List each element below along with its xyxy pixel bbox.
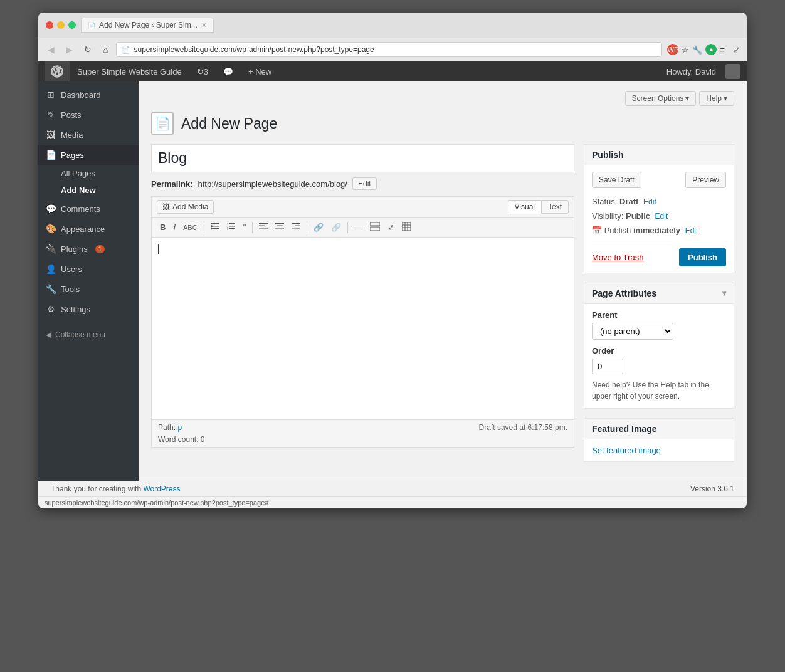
address-bar[interactable]: 📄 supersimplewebsiteguide.com/wp-admin/p…: [116, 42, 662, 57]
site-name-item[interactable]: Super Simple Website Guide: [70, 61, 189, 81]
user-avatar: [725, 64, 740, 79]
browser-nav: ◀ ▶ ↻ ⌂ 📄 supersimplewebsiteguide.com/wp…: [38, 38, 747, 61]
updates-item[interactable]: ↻ 3: [189, 61, 216, 81]
bold-button[interactable]: B: [157, 221, 169, 234]
collapse-menu-label: Collapse menu: [55, 330, 105, 339]
ordered-list-button[interactable]: 123: [224, 220, 239, 234]
align-left-button[interactable]: [256, 220, 271, 234]
italic-button[interactable]: I: [170, 221, 179, 234]
strikethrough-button[interactable]: ABC: [180, 222, 201, 233]
sidebar-item-comments[interactable]: 💬 Comments: [38, 199, 139, 219]
publish-button[interactable]: Publish: [679, 248, 726, 266]
close-window-btn[interactable]: [46, 21, 53, 29]
permalink-url: http://supersimplewebsiteguide.com/blog/: [198, 179, 347, 189]
sidebar-item-label: Plugins: [61, 244, 88, 254]
insert-link-button[interactable]: 🔗: [310, 221, 327, 234]
featured-image-header[interactable]: Featured Image: [584, 419, 734, 439]
save-draft-button[interactable]: Save Draft: [592, 172, 641, 188]
visibility-edit-link[interactable]: Edit: [655, 212, 668, 221]
parent-label: Parent: [592, 310, 726, 320]
align-center-button[interactable]: [272, 220, 287, 234]
wp-logo[interactable]: [45, 61, 70, 81]
parent-select[interactable]: (no parent): [592, 323, 673, 340]
minimize-window-btn[interactable]: [57, 21, 65, 29]
sidebar-item-appearance[interactable]: 🎨 Appearance: [38, 219, 139, 239]
publish-box-header[interactable]: Publish: [584, 145, 734, 165]
sidebar-item-pages[interactable]: 📄 Pages: [38, 145, 139, 165]
page-main-title: Add New Page: [181, 115, 277, 132]
settings-icon: ⚙: [46, 304, 56, 314]
add-media-button[interactable]: 🖼 Add Media: [157, 200, 214, 214]
browser-tab[interactable]: 📄 Add New Page ‹ Super Sim... ✕: [81, 18, 214, 33]
insert-table-button[interactable]: [399, 220, 414, 234]
publish-box: Publish Save Draft Preview: [584, 144, 734, 273]
help-button[interactable]: Help ▾: [699, 91, 734, 106]
browser-titlebar: 📄 Add New Page ‹ Super Sim... ✕: [38, 13, 747, 38]
forward-button[interactable]: ▶: [63, 43, 76, 56]
preview-button[interactable]: Preview: [685, 172, 726, 188]
status-edit-link[interactable]: Edit: [643, 197, 656, 206]
tab-close-icon[interactable]: ✕: [201, 21, 207, 29]
sidebar-item-tools[interactable]: 🔧 Tools: [38, 279, 139, 299]
visual-tab[interactable]: Visual: [508, 200, 541, 214]
permalink-edit-button[interactable]: Edit: [352, 177, 377, 190]
extension-icon-red[interactable]: WP: [667, 44, 678, 55]
svg-rect-13: [259, 223, 268, 224]
wordpress-link[interactable]: WordPress: [143, 485, 180, 493]
fullscreen-button[interactable]: ⤢: [384, 221, 398, 234]
order-input[interactable]: [592, 359, 623, 374]
bottom-bar: Thank you for creating with WordPress Ve…: [38, 481, 747, 496]
editor-toolbar-top: 🖼 Add Media Visual Text: [152, 197, 574, 218]
publish-timing-value: immediately: [633, 226, 680, 235]
set-featured-image-link[interactable]: Set featured image: [592, 446, 661, 455]
schedule-edit-link[interactable]: Edit: [685, 226, 698, 235]
expand-icon[interactable]: ⤢: [733, 45, 740, 55]
editor-content[interactable]: [152, 238, 574, 419]
sidebar-item-plugins[interactable]: 🔌 Plugins 1: [38, 239, 139, 259]
sidebar-sub-add-new[interactable]: Add New: [38, 182, 139, 199]
align-right-button[interactable]: [288, 220, 303, 234]
extension-icon[interactable]: 🔧: [692, 45, 702, 55]
star-icon[interactable]: ☆: [682, 45, 689, 55]
home-button[interactable]: ⌂: [100, 43, 111, 56]
blockquote-button[interactable]: ": [240, 221, 250, 234]
sidebar-item-users[interactable]: 👤 Users: [38, 259, 139, 279]
toolbar-separator-2: [252, 222, 253, 233]
sidebar-item-posts[interactable]: ✎ Posts: [38, 105, 139, 125]
svg-point-4: [211, 223, 213, 224]
sidebar-item-settings[interactable]: ⚙ Settings: [38, 299, 139, 319]
screen-options-button[interactable]: Screen Options ▾: [625, 91, 697, 106]
maximize-window-btn[interactable]: [68, 21, 76, 29]
insert-page-break-button[interactable]: [367, 220, 383, 234]
unordered-list-button[interactable]: [208, 220, 223, 234]
insert-more-button[interactable]: —: [351, 221, 366, 234]
sidebar-sub-all-pages[interactable]: All Pages: [38, 165, 139, 182]
svg-rect-22: [370, 222, 380, 226]
menu-icon[interactable]: ≡: [720, 45, 725, 55]
svg-rect-1: [213, 223, 219, 224]
unordered-list-icon: [211, 222, 219, 231]
collapse-menu-btn[interactable]: ◀ Collapse menu: [38, 325, 139, 344]
remove-link-button[interactable]: 🔗: [328, 221, 344, 234]
plugins-badge: 1: [95, 245, 105, 253]
back-button[interactable]: ◀: [45, 43, 58, 56]
howdy-text[interactable]: Howdy, David: [660, 67, 722, 76]
align-center-icon: [275, 222, 284, 231]
path-tag-link[interactable]: p: [177, 423, 182, 432]
sidebar-item-dashboard[interactable]: ⊞ Dashboard: [38, 85, 139, 105]
text-tab[interactable]: Text: [541, 200, 569, 214]
new-item[interactable]: + New: [241, 61, 279, 81]
sidebar-item-label: Media: [61, 130, 83, 140]
comments-icon-item[interactable]: 💬: [216, 61, 241, 81]
appearance-icon: 🎨: [46, 224, 56, 234]
svg-point-5: [211, 225, 213, 227]
window-controls: [46, 21, 76, 29]
sidebar-item-media[interactable]: 🖼 Media: [38, 125, 139, 145]
refresh-button[interactable]: ↻: [81, 43, 95, 56]
extension-icon-green[interactable]: ●: [705, 44, 717, 55]
page-attributes-header[interactable]: Page Attributes ▾: [584, 283, 734, 304]
page-type-icon: 📄: [151, 112, 174, 135]
page-title-input[interactable]: [151, 144, 574, 172]
move-to-trash-button[interactable]: Move to Trash: [592, 253, 643, 262]
toolbar-separator-1: [204, 222, 204, 233]
